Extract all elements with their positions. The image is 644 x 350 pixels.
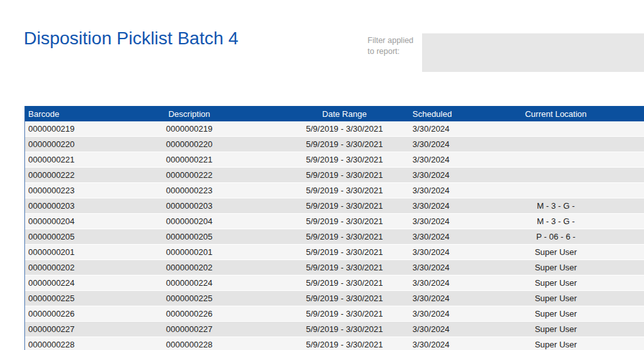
table-cell-description: 0000000204: [99, 214, 279, 229]
table-cell-description: 0000000223: [99, 183, 279, 198]
table-cell-current-location: Super User: [474, 306, 638, 322]
table-cell-description: 0000000202: [99, 260, 279, 276]
table-cell-filler: [638, 337, 644, 350]
table-cell-description: 0000000227: [99, 322, 279, 337]
table-row: 0000000227 0000000227 5/9/2019 - 3/30/20…: [25, 322, 644, 337]
table-cell-barcode: 0000000227: [25, 322, 99, 337]
table-cell-description: 0000000205: [99, 229, 279, 245]
report-table: Barcode Description Date Range Scheduled…: [25, 106, 644, 350]
table-row: 0000000202 0000000202 5/9/2019 - 3/30/20…: [25, 260, 644, 276]
table-cell-scheduled: 3/30/2024: [410, 152, 474, 168]
table-cell-current-location: Super User: [474, 337, 638, 350]
table-cell-barcode: 0000000228: [25, 337, 99, 350]
table-cell-date-range: 5/9/2019 - 3/30/2021: [279, 245, 410, 260]
table-cell-current-location: M - 3 - G -: [474, 214, 638, 229]
column-header-description: Description: [99, 106, 279, 121]
table-cell-barcode: 0000000219: [25, 121, 99, 137]
table-cell-date-range: 5/9/2019 - 3/30/2021: [279, 291, 410, 306]
table-row: 0000000205 0000000205 5/9/2019 - 3/30/20…: [25, 229, 644, 245]
column-header-barcode: Barcode: [25, 106, 99, 121]
table-row: 0000000219 0000000219 5/9/2019 - 3/30/20…: [25, 121, 644, 137]
table-row: 0000000221 0000000221 5/9/2019 - 3/30/20…: [25, 152, 644, 168]
table-cell-date-range: 5/9/2019 - 3/30/2021: [279, 183, 410, 198]
table-cell-scheduled: 3/30/2024: [410, 291, 474, 306]
filter-value-box: [422, 33, 644, 72]
table-cell-date-range: 5/9/2019 - 3/30/2021: [279, 337, 410, 350]
column-header-current-location: Current Location: [474, 106, 638, 121]
page-title: Disposition Picklist Batch 4: [24, 27, 239, 50]
table-cell-date-range: 5/9/2019 - 3/30/2021: [279, 198, 410, 214]
table-cell-description: 0000000228: [99, 337, 279, 350]
table-cell-filler: [638, 260, 644, 276]
table-cell-scheduled: 3/30/2024: [410, 306, 474, 322]
table-cell-barcode: 0000000225: [25, 291, 99, 306]
table-row: 0000000225 0000000225 5/9/2019 - 3/30/20…: [25, 291, 644, 306]
table-body: 0000000219 0000000219 5/9/2019 - 3/30/20…: [25, 121, 644, 350]
report-table-container: Barcode Description Date Range Scheduled…: [24, 106, 644, 350]
table-cell-description: 0000000201: [99, 245, 279, 260]
table-cell-barcode: 0000000220: [25, 137, 99, 152]
table-cell-scheduled: 3/30/2024: [410, 183, 474, 198]
table-cell-barcode: 0000000222: [25, 168, 99, 183]
table-cell-scheduled: 3/30/2024: [410, 245, 474, 260]
table-cell-current-location: P - 06 - 6 -: [474, 229, 638, 245]
table-row: 0000000224 0000000224 5/9/2019 - 3/30/20…: [25, 276, 644, 291]
table-row: 0000000201 0000000201 5/9/2019 - 3/30/20…: [25, 245, 644, 260]
table-cell-barcode: 0000000202: [25, 260, 99, 276]
table-cell-date-range: 5/9/2019 - 3/30/2021: [279, 276, 410, 291]
column-header-filler: [638, 106, 644, 121]
table-cell-barcode: 0000000205: [25, 229, 99, 245]
table-cell-filler: [638, 152, 644, 168]
table-cell-scheduled: 3/30/2024: [410, 229, 474, 245]
filter-applied-label-line2: to report:: [368, 47, 400, 56]
table-cell-filler: [638, 183, 644, 198]
table-row: 0000000222 0000000222 5/9/2019 - 3/30/20…: [25, 168, 644, 183]
table-cell-description: 0000000219: [99, 121, 279, 137]
table-cell-scheduled: 3/30/2024: [410, 337, 474, 350]
table-cell-barcode: 0000000201: [25, 245, 99, 260]
table-cell-filler: [638, 306, 644, 322]
table-cell-description: 0000000225: [99, 291, 279, 306]
filter-applied-label-line1: Filter applied: [368, 36, 414, 45]
table-cell-scheduled: 3/30/2024: [410, 260, 474, 276]
filter-applied-label: Filter applied to report:: [368, 35, 421, 57]
table-cell-current-location: [474, 121, 638, 137]
table-cell-filler: [638, 276, 644, 291]
table-cell-date-range: 5/9/2019 - 3/30/2021: [279, 168, 410, 183]
table-row: 0000000203 0000000203 5/9/2019 - 3/30/20…: [25, 198, 644, 214]
table-cell-scheduled: 3/30/2024: [410, 121, 474, 137]
table-row: 0000000228 0000000228 5/9/2019 - 3/30/20…: [25, 337, 644, 350]
table-cell-current-location: Super User: [474, 291, 638, 306]
table-cell-barcode: 0000000226: [25, 306, 99, 322]
table-cell-description: 0000000222: [99, 168, 279, 183]
table-cell-scheduled: 3/30/2024: [410, 322, 474, 337]
column-header-date-range: Date Range: [279, 106, 410, 121]
table-cell-date-range: 5/9/2019 - 3/30/2021: [279, 152, 410, 168]
column-header-scheduled: Scheduled: [410, 106, 474, 121]
table-cell-filler: [638, 121, 644, 137]
table-cell-current-location: Super User: [474, 245, 638, 260]
table-cell-date-range: 5/9/2019 - 3/30/2021: [279, 306, 410, 322]
table-cell-filler: [638, 322, 644, 337]
table-cell-date-range: 5/9/2019 - 3/30/2021: [279, 322, 410, 337]
table-cell-date-range: 5/9/2019 - 3/30/2021: [279, 260, 410, 276]
table-cell-description: 0000000220: [99, 137, 279, 152]
table-cell-date-range: 5/9/2019 - 3/30/2021: [279, 214, 410, 229]
table-cell-barcode: 0000000224: [25, 276, 99, 291]
table-cell-current-location: M - 3 - G -: [474, 198, 638, 214]
table-row: 0000000223 0000000223 5/9/2019 - 3/30/20…: [25, 183, 644, 198]
table-cell-current-location: [474, 137, 638, 152]
table-cell-description: 0000000221: [99, 152, 279, 168]
table-cell-filler: [638, 229, 644, 245]
table-cell-scheduled: 3/30/2024: [410, 168, 474, 183]
table-cell-filler: [638, 214, 644, 229]
table-cell-description: 0000000226: [99, 306, 279, 322]
table-cell-description: 0000000203: [99, 198, 279, 214]
table-cell-current-location: [474, 183, 638, 198]
table-cell-scheduled: 3/30/2024: [410, 214, 474, 229]
table-cell-current-location: Super User: [474, 276, 638, 291]
table-cell-filler: [638, 198, 644, 214]
table-header-row: Barcode Description Date Range Scheduled…: [25, 106, 644, 121]
table-row: 0000000226 0000000226 5/9/2019 - 3/30/20…: [25, 306, 644, 322]
table-cell-description: 0000000224: [99, 276, 279, 291]
